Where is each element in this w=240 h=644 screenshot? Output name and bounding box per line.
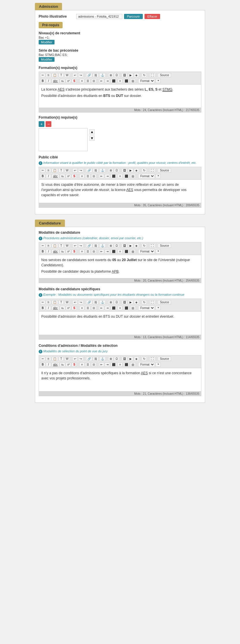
tb5-underline[interactable]: abc xyxy=(52,362,59,367)
tb2-paste-word[interactable]: W xyxy=(64,168,70,173)
tb4-anchor[interactable]: ⚓ xyxy=(99,300,106,304)
tb2-bold[interactable]: B xyxy=(40,174,45,178)
modifier-serie-button[interactable]: Modifier xyxy=(39,57,55,62)
tb5-preview[interactable]: ↻ xyxy=(142,357,147,361)
editor2-content[interactable]: Si vous êtes capable d'être autonome, de… xyxy=(39,180,201,203)
tb5-image[interactable]: 🖼 xyxy=(122,357,127,361)
tb-link[interactable]: 🔗 xyxy=(86,73,92,77)
tb3-paste[interactable]: 📋 xyxy=(52,244,58,248)
tb3-justify[interactable]: ▤ xyxy=(130,249,136,254)
tb2-flash[interactable]: ◈ xyxy=(134,168,139,173)
tb3-link[interactable]: 🔗 xyxy=(86,244,92,248)
tb3-unlink[interactable]: ⛓ xyxy=(93,244,99,248)
tb3-preview[interactable]: ↻ xyxy=(142,244,147,248)
formation-list-box[interactable] xyxy=(39,128,88,151)
tb-underline[interactable]: abc xyxy=(52,79,59,83)
tb4-paste[interactable]: 📋 xyxy=(52,300,58,304)
tb4-flash[interactable]: ◈ xyxy=(134,300,139,304)
tb2-quote[interactable]: ❝ xyxy=(155,174,161,178)
tb3-italic[interactable]: I xyxy=(46,249,51,254)
tb-format-select[interactable]: Format xyxy=(138,78,155,83)
tb2-unlink[interactable]: ⛓ xyxy=(93,168,99,173)
tb5-special-char[interactable]: Ω xyxy=(114,357,119,361)
tb-sup[interactable]: x² xyxy=(66,79,71,83)
tb2-anchor[interactable]: ⚓ xyxy=(99,168,106,173)
tb-align-left[interactable]: ⬛ xyxy=(110,79,117,83)
tb-special-char[interactable]: Ω xyxy=(114,73,119,77)
editor1-content[interactable]: La licence AES s'adresse principalement … xyxy=(39,85,201,108)
tb3-align-center[interactable]: ≡ xyxy=(117,249,123,254)
modifier-niveau-button[interactable]: Modifier xyxy=(39,40,55,44)
tb5-format-select[interactable]: Format xyxy=(138,362,155,367)
tb5-justify[interactable]: ▤ xyxy=(130,362,136,367)
tb3-flash[interactable]: ◈ xyxy=(134,244,139,248)
tb4-bold[interactable]: B xyxy=(40,306,45,310)
editor3-content[interactable]: Nos services de candidatures sont ouvert… xyxy=(39,255,201,278)
tb3-special-char[interactable]: Ω xyxy=(114,244,119,248)
tb3-cut[interactable]: ✂ xyxy=(40,244,45,248)
tb-paste-text[interactable]: T xyxy=(59,73,64,77)
tb2-ol[interactable]: ≡ xyxy=(79,174,85,178)
tb2-format-select[interactable]: Format xyxy=(138,174,155,179)
tb4-cut[interactable]: ✂ xyxy=(40,300,45,304)
remove-formation-button[interactable]: − xyxy=(46,121,51,127)
tb4-paste-word[interactable]: W xyxy=(64,300,70,304)
tb4-underline[interactable]: abc xyxy=(52,306,59,310)
tb3-quote[interactable]: ❝ xyxy=(155,249,161,254)
tb3-outdent[interactable]: ⇤ xyxy=(99,249,104,254)
tb4-sup[interactable]: x² xyxy=(66,306,71,310)
tb5-ol[interactable]: ≡ xyxy=(79,362,85,367)
tb3-ul[interactable]: ☰ xyxy=(85,249,91,254)
tb3-ol[interactable]: ≡ xyxy=(79,249,85,254)
tb5-paste[interactable]: 📋 xyxy=(52,357,58,361)
tb3-maximize[interactable]: ⛶ xyxy=(149,244,155,248)
tb5-unlink[interactable]: ⛓ xyxy=(93,357,99,361)
tb-cut[interactable]: ✂ xyxy=(40,73,45,77)
tb3-source-btn[interactable]: Source xyxy=(158,244,171,248)
tb-table[interactable]: ⊞ xyxy=(108,73,113,77)
tb4-paste-text[interactable]: T xyxy=(59,300,64,304)
tb-outdent[interactable]: ⇤ xyxy=(99,79,104,83)
tb-unlink[interactable]: ⛓ xyxy=(93,73,99,77)
tb-ol[interactable]: ≡ xyxy=(79,79,85,83)
tb2-paste-text[interactable]: T xyxy=(59,168,64,173)
tb-copy[interactable]: ⎘ xyxy=(46,73,51,77)
tb3-sup[interactable]: x² xyxy=(66,249,71,254)
tb2-ul[interactable]: ☰ xyxy=(85,174,91,178)
tb2-preview[interactable]: ↻ xyxy=(142,168,147,173)
tb5-sub[interactable]: x₂ xyxy=(60,362,65,367)
tb4-outdent[interactable]: ⇤ xyxy=(99,306,104,310)
tb4-justify[interactable]: ▤ xyxy=(130,306,136,310)
tb2-maximize[interactable]: ⛶ xyxy=(149,168,155,173)
tb-image[interactable]: 🖼 xyxy=(122,73,127,77)
tb3-media[interactable]: ▶ xyxy=(128,244,133,248)
tb-undo[interactable]: ↩ xyxy=(72,73,78,77)
tb3-list-style[interactable]: ⊟ xyxy=(91,249,96,254)
tb5-table[interactable]: ⊞ xyxy=(108,357,113,361)
tb3-align-right[interactable]: ⬛ xyxy=(123,249,130,254)
tb4-media[interactable]: ▶ xyxy=(128,300,133,304)
tb5-strikethrough[interactable]: S xyxy=(72,362,77,367)
tb2-sub[interactable]: x₂ xyxy=(60,174,65,178)
tb4-maximize[interactable]: ⛶ xyxy=(149,300,155,304)
tb4-undo[interactable]: ↩ xyxy=(72,300,78,304)
tb4-unlink[interactable]: ⛓ xyxy=(93,300,99,304)
tb5-sup[interactable]: x² xyxy=(66,362,71,367)
tb2-justify[interactable]: ▤ xyxy=(130,174,136,178)
tb2-underline[interactable]: abc xyxy=(52,174,59,178)
tb3-anchor[interactable]: ⚓ xyxy=(99,244,106,248)
tb2-italic[interactable]: I xyxy=(46,174,51,178)
tb3-paste-text[interactable]: T xyxy=(59,244,64,248)
tb4-redo[interactable]: ↪ xyxy=(78,300,83,304)
tb2-image[interactable]: 🖼 xyxy=(122,168,127,173)
tb-strikethrough[interactable]: S xyxy=(72,79,77,83)
tb3-paste-word[interactable]: W xyxy=(64,244,70,248)
tb5-flash[interactable]: ◈ xyxy=(134,357,139,361)
tb4-italic[interactable]: I xyxy=(46,306,51,310)
tb4-list-style[interactable]: ⊟ xyxy=(91,306,96,310)
move-up-button[interactable]: ▲ xyxy=(89,129,95,134)
tb4-sub[interactable]: x₂ xyxy=(60,306,65,310)
tb5-anchor[interactable]: ⚓ xyxy=(99,357,106,361)
tb-paste-word[interactable]: W xyxy=(64,73,70,77)
tb4-source-btn[interactable]: Source xyxy=(158,300,171,304)
